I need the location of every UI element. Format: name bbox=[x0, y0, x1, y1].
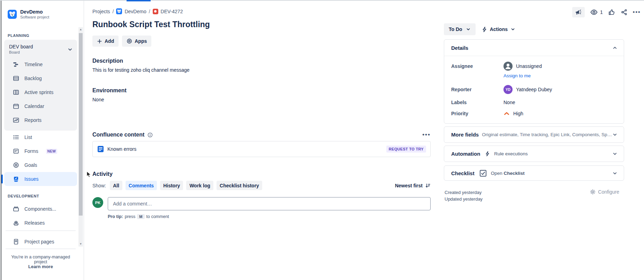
sort-order-button[interactable]: Newest first bbox=[395, 183, 431, 188]
environment-value[interactable]: None bbox=[92, 97, 431, 102]
share-button[interactable] bbox=[621, 9, 628, 16]
filter-comments[interactable]: Comments bbox=[126, 181, 157, 190]
labels-label: Labels bbox=[451, 100, 503, 105]
filter-history[interactable]: History bbox=[160, 181, 183, 190]
target-icon bbox=[13, 162, 20, 169]
sidebar-item-label: Project pages bbox=[24, 239, 54, 244]
filter-work-log[interactable]: Work log bbox=[186, 181, 213, 190]
scrollbar-up-arrow[interactable]: ▲ bbox=[78, 27, 83, 32]
ship-icon bbox=[13, 219, 20, 226]
gear-icon bbox=[590, 189, 596, 195]
project-header[interactable]: DevDemo Software project bbox=[8, 9, 49, 20]
confluence-link-card: Known errors REQUEST TO TRY bbox=[92, 141, 431, 157]
sidebar-item-project-pages[interactable]: Project pages bbox=[4, 235, 77, 249]
filter-checklist-history[interactable]: Checklist history bbox=[217, 181, 262, 190]
more-actions-button[interactable]: ••• bbox=[633, 9, 641, 15]
assign-to-me-link[interactable]: Assign to me bbox=[503, 73, 531, 78]
details-panel: Details Assignee Unassigned Assign to me bbox=[444, 39, 624, 124]
assignee-value[interactable]: Unassigned bbox=[503, 62, 542, 71]
project-avatar-koala-icon bbox=[116, 8, 122, 14]
mouse-cursor bbox=[86, 171, 92, 178]
sidebar-item-active-sprints[interactable]: Active sprints bbox=[4, 85, 77, 99]
scrollbar-down-arrow[interactable]: ▼ bbox=[78, 242, 83, 247]
project-sidebar: DevDemo Software project PLANNING DEV bo… bbox=[1, 1, 84, 280]
automation-panel[interactable]: Automation Rule executions bbox=[444, 146, 624, 162]
sidebar-item-timeline[interactable]: Timeline bbox=[4, 57, 77, 71]
vote-button[interactable] bbox=[608, 9, 615, 16]
watch-count: 1 bbox=[600, 9, 603, 15]
checkbox-icon bbox=[479, 170, 487, 177]
feedback-megaphone-button[interactable] bbox=[572, 7, 585, 17]
configure-label: Configure bbox=[598, 189, 619, 195]
labels-value[interactable]: None bbox=[503, 100, 515, 105]
filter-all[interactable]: All bbox=[110, 181, 122, 190]
confluence-more-button[interactable]: ••• bbox=[422, 133, 431, 137]
apps-icon bbox=[127, 38, 132, 44]
sidebar-item-label: Timeline bbox=[24, 62, 43, 67]
plus-icon bbox=[97, 39, 102, 44]
sidebar-item-label: Active sprints bbox=[24, 90, 53, 95]
chevron-down-icon bbox=[510, 27, 515, 32]
share-icon bbox=[621, 9, 628, 16]
confluence-page-link[interactable]: Known errors bbox=[107, 146, 136, 152]
issue-title[interactable]: Runbook Script Test Throttling bbox=[92, 20, 431, 29]
page-loading-track bbox=[0, 0, 644, 1]
divider bbox=[6, 249, 76, 249]
assignee-label: Assignee bbox=[451, 63, 503, 69]
checklist-open-bold: Checklist bbox=[504, 171, 525, 176]
breadcrumb-project[interactable]: DevDemo bbox=[124, 9, 146, 14]
request-to-try-badge[interactable]: REQUEST TO TRY bbox=[386, 146, 426, 153]
sidebar-item-releases[interactable]: Releases bbox=[4, 216, 77, 230]
configure-button[interactable]: Configure bbox=[590, 189, 619, 195]
more-fields-title: More fields bbox=[451, 132, 479, 138]
breadcrumb-separator: / bbox=[113, 9, 114, 14]
sidebar-item-goals[interactable]: Goals bbox=[4, 158, 77, 172]
description-body[interactable]: This is for testing zoho cliq channel me… bbox=[92, 67, 431, 73]
form-icon bbox=[13, 148, 20, 155]
sidebar-scrollbar[interactable]: ▲ ▼ bbox=[78, 27, 83, 247]
actions-dropdown[interactable]: Actions bbox=[482, 23, 515, 35]
breadcrumb-issue-key[interactable]: DEV-4272 bbox=[161, 9, 183, 14]
learn-more-link[interactable]: Learn more bbox=[5, 264, 76, 269]
list-icon bbox=[13, 134, 20, 141]
labels-row: Labels None bbox=[451, 100, 617, 105]
reporter-row: Reporter YD Yatndeep Dubey bbox=[451, 85, 617, 94]
sidebar-item-reports[interactable]: Reports bbox=[4, 113, 77, 127]
comment-input[interactable] bbox=[108, 197, 431, 210]
project-avatar-koala-icon bbox=[8, 10, 17, 19]
priority-name: High bbox=[513, 111, 523, 116]
reporter-value[interactable]: YD Yatndeep Dubey bbox=[503, 85, 552, 94]
protip-bold: Pro tip: bbox=[108, 214, 123, 219]
priority-label: Priority bbox=[451, 111, 503, 116]
priority-value[interactable]: High bbox=[503, 111, 523, 116]
comment-protip: Pro tip: press M to comment bbox=[108, 214, 431, 219]
breadcrumb-projects[interactable]: Projects bbox=[92, 9, 110, 14]
timeline-icon bbox=[13, 61, 20, 68]
confluence-page-icon bbox=[98, 146, 104, 152]
current-user-avatar[interactable]: PK bbox=[92, 197, 103, 208]
info-icon[interactable] bbox=[147, 132, 153, 138]
assignee-row: Assignee Unassigned bbox=[451, 62, 617, 71]
status-dropdown[interactable]: To Do bbox=[444, 23, 476, 35]
checklist-panel[interactable]: Checklist Open Checklist bbox=[444, 165, 624, 181]
apps-button[interactable]: Apps bbox=[122, 36, 151, 47]
add-button[interactable]: Add bbox=[92, 36, 119, 47]
chevron-down-icon bbox=[612, 151, 618, 156]
board-switcher[interactable]: DEV board Board bbox=[4, 43, 77, 57]
details-panel-header[interactable]: Details bbox=[444, 40, 624, 56]
reporter-label: Reporter bbox=[451, 87, 503, 92]
sidebar-item-components[interactable]: Components... bbox=[4, 202, 77, 216]
sidebar-item-list[interactable]: List bbox=[4, 130, 77, 144]
sidebar-item-calendar[interactable]: Calendar bbox=[4, 99, 77, 113]
sidebar-item-forms[interactable]: Forms NEW bbox=[4, 144, 77, 158]
environment-heading: Environment bbox=[92, 87, 431, 94]
scrollbar-thumb[interactable] bbox=[79, 33, 83, 216]
unassigned-avatar-icon bbox=[503, 62, 513, 71]
section-planning: PLANNING bbox=[8, 33, 29, 38]
sidebar-item-backlog[interactable]: Backlog bbox=[4, 71, 77, 85]
watch-button[interactable]: 1 bbox=[590, 9, 603, 16]
more-fields-panel[interactable]: More fields Original estimate, Time trac… bbox=[444, 126, 624, 143]
bug-type-icon bbox=[153, 9, 158, 14]
sidebar-item-issues[interactable]: Issues bbox=[4, 172, 77, 186]
page-icon bbox=[13, 238, 20, 245]
